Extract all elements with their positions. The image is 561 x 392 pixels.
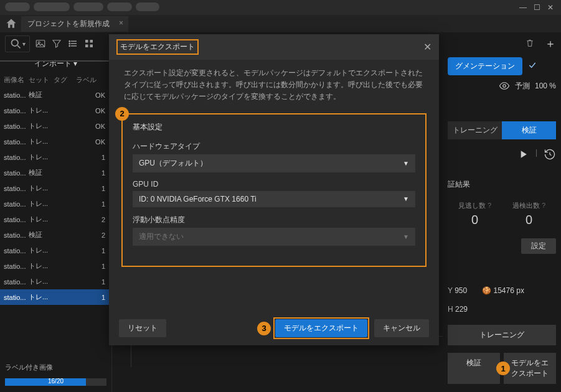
svg-rect-11	[90, 40, 93, 43]
table-row[interactable]: statio...検証1	[0, 165, 111, 180]
col-tag[interactable]: タグ	[54, 75, 76, 85]
export-model-button[interactable]: モデルをエクスポート 1	[504, 353, 556, 384]
hardware-type-value: GPU（デフォルト）	[139, 158, 207, 169]
tab-validation[interactable]: 検証	[502, 121, 556, 139]
check-icon	[527, 60, 537, 72]
image-tool-icon[interactable]	[35, 38, 46, 49]
info-icon[interactable]: ?	[542, 202, 545, 209]
home-icon[interactable]	[5, 17, 17, 30]
maximize-button[interactable]: ☐	[531, 2, 542, 13]
hardware-type-label: ハードウェアタイプ	[133, 141, 415, 152]
minimize-button[interactable]: —	[517, 2, 529, 13]
training-button[interactable]: トレーニング	[448, 325, 556, 345]
table-row[interactable]: statio...トレ...1	[0, 258, 111, 274]
badge-3: 3	[257, 322, 271, 335]
hardware-type-select[interactable]: GPU（デフォルト） ▼	[133, 154, 415, 172]
svg-rect-10	[85, 40, 88, 43]
progress-bar: 16/20	[5, 378, 106, 386]
result-heading: 証結果	[448, 169, 556, 190]
chevron-down-icon: ▼	[403, 233, 409, 240]
table-row[interactable]: statio...トレ...1	[0, 180, 111, 196]
predict-label: 予測	[515, 81, 530, 91]
right-sidebar: グメンテーション 予測 100 % トレーニング 検証 |	[443, 55, 561, 392]
svg-point-14	[503, 85, 506, 88]
play-button[interactable]	[517, 148, 529, 161]
menu-pill[interactable]	[107, 2, 132, 11]
labeled-images-label: ラベル付き画像	[0, 359, 111, 376]
gpu-id-label: GPU ID	[133, 180, 415, 189]
precision-select: 適用できない ▼	[133, 228, 415, 246]
table-row[interactable]: statio...トレ...1	[0, 243, 111, 258]
table-row[interactable]: statio...トレ...1	[0, 149, 111, 165]
list-header: 画像名 セット タグ ラベル	[0, 73, 111, 87]
gpu-id-value: ID: 0 NVIDIA GeForce GTX 1660 Ti	[139, 195, 257, 203]
reset-button[interactable]: リセット	[119, 319, 166, 337]
svg-point-9	[69, 45, 70, 47]
list-icon[interactable]	[67, 38, 78, 49]
left-sidebar: インポート ▾ 画像名 セット タグ ラベル statio...検証OKstat…	[0, 55, 112, 392]
table-row[interactable]: statio...トレ...OK	[0, 103, 111, 118]
modal-close-button[interactable]: ✕	[423, 41, 431, 53]
segmentation-button[interactable]: グメンテーション	[448, 57, 522, 75]
px-value: 15476 px	[494, 286, 524, 295]
y-label: Y	[448, 286, 453, 295]
filter-icon[interactable]	[51, 38, 62, 49]
svg-rect-12	[85, 45, 88, 48]
export-model-label: モデルをエクスポート	[511, 358, 549, 378]
grid-icon[interactable]	[83, 38, 95, 49]
eye-icon[interactable]	[499, 80, 510, 91]
chevron-down-icon: ▼	[403, 195, 409, 202]
miss-label: 見逃し数	[458, 202, 486, 209]
table-row[interactable]: statio...トレ...1	[0, 196, 111, 212]
miss-value: 0	[458, 213, 491, 227]
export-modal: モデルをエクスポート ✕ エクスポート設定が変更されると、モデルパッケージはデフ…	[109, 34, 439, 345]
add-button[interactable]: ＋	[545, 36, 556, 51]
info-icon[interactable]: ?	[488, 202, 491, 209]
precision-value: 適用できない	[139, 231, 184, 242]
history-button[interactable]	[544, 148, 556, 161]
menu-pill[interactable]	[34, 2, 70, 11]
table-row[interactable]: statio...検証OK	[0, 87, 111, 103]
cancel-button[interactable]: キャンセル	[374, 319, 429, 337]
section-title: 基本設定	[133, 122, 415, 133]
table-row[interactable]: statio...トレ...2	[0, 212, 111, 227]
menu-pill[interactable]	[136, 2, 159, 11]
cookie-icon: 🍪	[482, 286, 491, 295]
chevron-down-icon: ▼	[403, 160, 409, 167]
tabs-bar: プロジェクトを新規作成 ×	[0, 15, 561, 32]
table-row[interactable]: statio...検証2	[0, 227, 111, 243]
close-tab-icon[interactable]: ×	[119, 19, 123, 27]
over-value: 0	[512, 213, 545, 227]
table-row[interactable]: statio...トレ...OK	[0, 134, 111, 149]
modal-description: エクスポート設定が変更されると、モデルパッケージはデフォルトでエクスポートされた…	[109, 60, 439, 111]
svg-point-7	[69, 41, 70, 42]
col-label[interactable]: ラベル	[76, 75, 108, 85]
search-input[interactable]: ▾	[5, 35, 30, 52]
trash-icon[interactable]	[525, 38, 535, 50]
export-button[interactable]: モデルをエクスポート	[275, 319, 367, 337]
h-label: H	[448, 305, 453, 314]
y-value: 950	[455, 286, 467, 295]
tab-training[interactable]: トレーニング	[448, 121, 502, 139]
h-value: 229	[455, 305, 468, 314]
table-row[interactable]: statio...トレ...OK	[0, 118, 111, 134]
badge-1: 1	[496, 362, 510, 375]
import-button[interactable]: インポート ▾	[0, 55, 111, 73]
badge-2: 2	[115, 107, 129, 121]
close-window-button[interactable]: ✕	[545, 2, 556, 13]
table-row[interactable]: statio...トレ...1	[0, 289, 111, 305]
menu-pill[interactable]	[73, 2, 103, 11]
over-label: 過検出数	[512, 202, 540, 209]
settings-button[interactable]: 設定	[521, 238, 556, 254]
table-row[interactable]: statio...トレ...1	[0, 274, 111, 289]
project-tab[interactable]: プロジェクトを新規作成 ×	[21, 16, 128, 32]
predict-pct: 100 %	[535, 82, 556, 90]
menu-pill[interactable]	[5, 2, 30, 11]
col-image-name[interactable]: 画像名	[4, 75, 29, 85]
titlebar: — ☐ ✕	[0, 0, 561, 15]
col-set[interactable]: セット	[29, 75, 54, 85]
validate-button[interactable]: 検証	[448, 353, 500, 384]
basic-settings-panel: 2 基本設定 ハードウェアタイプ GPU（デフォルト） ▼ GPU ID ID:…	[121, 113, 427, 267]
gpu-id-select[interactable]: ID: 0 NVIDIA GeForce GTX 1660 Ti ▼	[133, 191, 415, 207]
svg-point-8	[69, 43, 70, 44]
